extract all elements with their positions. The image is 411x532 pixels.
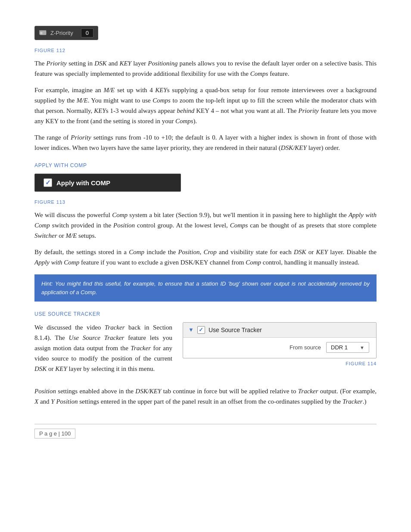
collapse-arrow-icon[interactable]: ▼ [188,327,194,333]
paragraph-7: Position settings enabled above in the D… [34,386,377,407]
tracker-checkmark-icon: ✓ [199,327,203,333]
figure-112-widget: ⊞ Z-Priority 0 [34,26,98,40]
page-content: ⊞ Z-Priority 0 Figure 112 The Priority s… [0,0,411,456]
figure-114-label: Figure 114 [183,361,377,366]
dropdown-value: DDR 1 [331,344,357,351]
paragraph-5: By default, the settings stored in a Com… [34,247,377,268]
heading-apply-with-comp: Apply with Comp [34,162,377,168]
from-source-dropdown[interactable]: DDR 1 ▼ [326,342,369,353]
svg-text:⊞: ⊞ [40,31,43,34]
tracker-description: We discussed the video Tracker back in S… [34,322,172,380]
heading-use-source-tracker: Use Source Tracker [34,311,377,317]
from-source-label: From source [290,344,321,351]
zpriority-value: 0 [81,28,93,37]
tracker-body: From source DDR 1 ▼ [183,338,376,358]
apply-comp-label: Apply with COMP [56,179,110,187]
page-number: P a g e | 100 [34,429,75,439]
hint-box: Hint: You might find this useful, for ex… [34,274,377,302]
paragraph-3: The range of Priority settings runs from… [34,132,377,153]
dropdown-arrow-icon: ▼ [360,345,364,350]
figure-114-widget: ▼ ✓ Use Source Tracker From source DDR 1… [183,322,377,358]
paragraph-1: The Priority setting in DSK and KEY laye… [34,58,377,79]
paragraph-4: We will discuss the powerful Comp system… [34,210,377,241]
use-tracker-checkbox[interactable]: ✓ [197,326,205,334]
checkmark-icon: ✓ [45,179,51,187]
figure-113-widget: ✓ Apply with COMP [34,174,181,192]
zpriority-label: Z-Priority [50,30,73,36]
figure-113-label: Figure 113 [34,199,377,205]
hint-text: Hint: You might find this useful, for ex… [41,280,370,296]
figure-112-label: Figure 112 [34,48,377,53]
apply-comp-checkbox[interactable]: ✓ [44,178,52,187]
figure-114-container: ▼ ✓ Use Source Tracker From source DDR 1… [183,322,377,366]
use-tracker-label: Use Source Tracker [209,327,262,333]
paragraph-2: For example, imagine an M/E set up with … [34,85,377,126]
use-source-tracker-section: We discussed the video Tracker back in S… [34,322,377,380]
paragraph-6: We discussed the video Tracker back in S… [34,322,172,374]
page-footer: P a g e | 100 [34,424,377,439]
tracker-header: ▼ ✓ Use Source Tracker [183,323,376,338]
layers-icon: ⊞ [39,30,47,36]
